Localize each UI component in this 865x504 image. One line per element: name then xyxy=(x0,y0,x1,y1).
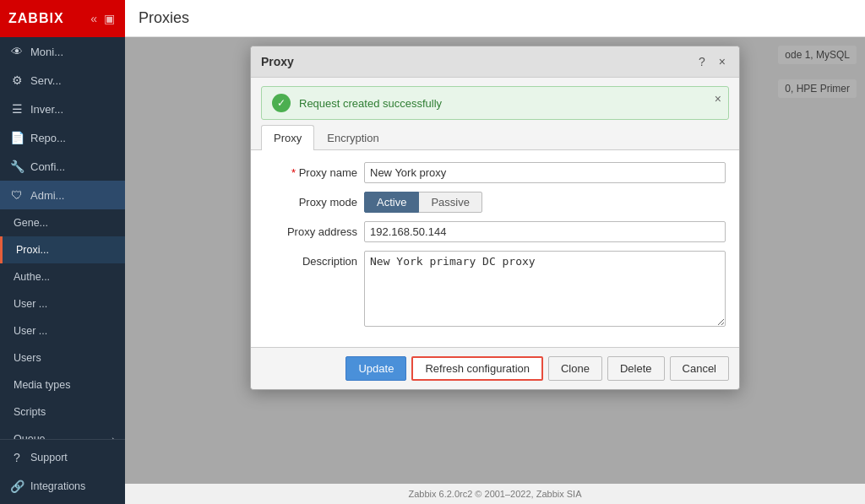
configuration-icon: 🔧 xyxy=(10,160,24,173)
cancel-button[interactable]: Cancel xyxy=(670,356,729,381)
sidebar-item-administration[interactable]: 🛡 Admi... xyxy=(0,181,125,209)
sidebar-subitem-label: Gene... xyxy=(14,217,48,229)
refresh-configuration-button[interactable]: Refresh configuration xyxy=(411,356,543,381)
modal-title: Proxy xyxy=(261,55,294,68)
integrations-icon: 🔗 xyxy=(10,480,24,493)
logo-icons: « ▣ xyxy=(89,10,117,27)
logo-text: ZABBIX xyxy=(8,11,64,26)
page-title: Proxies xyxy=(139,9,189,27)
description-label: Description xyxy=(264,251,357,268)
sidebar-item-label: Admi... xyxy=(30,189,64,202)
sidebar-logo: ZABBIX « ▣ xyxy=(0,0,125,37)
proxy-name-row: Proxy name xyxy=(264,162,726,183)
inventory-icon: ☰ xyxy=(10,102,24,116)
tab-proxy[interactable]: Proxy xyxy=(261,125,314,150)
clone-button[interactable]: Clone xyxy=(548,356,602,381)
modal-help-button[interactable]: ? xyxy=(695,53,709,70)
proxy-name-input[interactable] xyxy=(364,162,726,183)
success-icon: ✓ xyxy=(272,94,291,112)
sidebar-item-user-roles[interactable]: User ... xyxy=(0,317,125,344)
sidebar-item-media-types[interactable]: Media types xyxy=(0,371,125,398)
sidebar-item-scripts[interactable]: Scripts xyxy=(0,398,125,425)
sidebar: ZABBIX « ▣ 👁 Moni... ⚙ Serv... ☰ Inver..… xyxy=(0,0,125,504)
sidebar-item-reports[interactable]: 📄 Repo... xyxy=(0,123,125,152)
footer-text: Zabbix 6.2.0rc2 © 2001–2022, Zabbix SIA xyxy=(408,489,581,499)
sidebar-item-services[interactable]: ⚙ Serv... xyxy=(0,66,125,95)
proxy-mode-active-button[interactable]: Active xyxy=(364,192,419,213)
tab-encryption[interactable]: Encryption xyxy=(314,125,391,150)
content-area: ode 1, MySQL 0, HPE Primer Proxy ? × ✓ R… xyxy=(125,37,865,484)
sidebar-item-label: Inver... xyxy=(30,103,63,116)
sidebar-item-general[interactable]: Gene... xyxy=(0,209,125,236)
sidebar-subitem-label: Queue xyxy=(14,433,46,439)
expand-icon[interactable]: ▣ xyxy=(102,10,117,27)
sidebar-subitem-label: User ... xyxy=(14,325,47,337)
collapse-icon[interactable]: « xyxy=(89,10,99,27)
modal-tabs: Proxy Encryption xyxy=(251,125,739,150)
sidebar-item-inventory[interactable]: ☰ Inver... xyxy=(0,95,125,123)
description-input[interactable]: New York primary DC proxy xyxy=(364,251,726,327)
topbar: Proxies xyxy=(125,0,865,37)
success-notification: ✓ Request created successfully × xyxy=(261,86,729,120)
proxy-modal: Proxy ? × ✓ Request created successfully… xyxy=(250,46,740,390)
proxy-address-label: Proxy address xyxy=(264,221,357,238)
sidebar-item-queue[interactable]: Queue › xyxy=(0,425,125,439)
modal-header-actions: ? × xyxy=(695,53,729,70)
success-close-button[interactable]: × xyxy=(715,92,721,106)
proxy-mode-buttons: Active Passive xyxy=(364,192,482,213)
success-message: Request created successfully xyxy=(299,97,718,110)
support-icon: ? xyxy=(10,451,24,464)
sidebar-bottom: ? Support 🔗 Integrations xyxy=(0,439,125,504)
page-footer: Zabbix 6.2.0rc2 © 2001–2022, Zabbix SIA xyxy=(125,484,865,504)
modal-body: Proxy name Proxy mode Active Passive Pro… xyxy=(251,150,739,347)
sidebar-item-configuration[interactable]: 🔧 Confi... xyxy=(0,152,125,181)
reports-icon: 📄 xyxy=(10,131,24,144)
sidebar-item-label: Serv... xyxy=(30,74,62,87)
sidebar-item-label: Repo... xyxy=(30,132,66,144)
description-row: Description New York primary DC proxy xyxy=(264,251,726,327)
sidebar-item-support[interactable]: ? Support xyxy=(0,443,125,472)
proxy-mode-row: Proxy mode Active Passive xyxy=(264,192,726,213)
services-icon: ⚙ xyxy=(10,73,24,87)
sidebar-item-label: Confi... xyxy=(30,160,65,173)
proxy-address-input[interactable] xyxy=(364,221,726,242)
sidebar-subitem-label: Users xyxy=(14,352,41,364)
administration-icon: 🛡 xyxy=(10,188,24,202)
sidebar-item-monitoring[interactable]: 👁 Moni... xyxy=(0,37,125,66)
sidebar-item-integrations[interactable]: 🔗 Integrations xyxy=(0,472,125,501)
modal-close-button[interactable]: × xyxy=(715,53,729,70)
monitoring-icon: 👁 xyxy=(10,45,24,58)
sidebar-item-user-groups[interactable]: User ... xyxy=(0,290,125,317)
sidebar-subitem-label: User ... xyxy=(14,298,47,310)
sidebar-item-label: Moni... xyxy=(30,46,63,58)
proxy-mode-label: Proxy mode xyxy=(264,192,357,209)
sidebar-item-label: Support xyxy=(30,452,68,463)
modal-footer: Update Refresh configuration Clone Delet… xyxy=(251,347,739,389)
sidebar-subitem-label: Media types xyxy=(14,379,70,391)
proxy-mode-passive-button[interactable]: Passive xyxy=(418,192,482,213)
delete-button[interactable]: Delete xyxy=(607,356,665,381)
sidebar-subitem-label: Authe... xyxy=(14,271,50,283)
sidebar-subitem-label: Scripts xyxy=(14,406,46,418)
sidebar-item-proxies[interactable]: Proxi... xyxy=(0,236,125,263)
main-content: Proxies ode 1, MySQL 0, HPE Primer Proxy… xyxy=(125,0,865,504)
proxy-name-label: Proxy name xyxy=(264,162,357,179)
proxy-address-row: Proxy address xyxy=(264,221,726,242)
sidebar-subitem-label: Proxi... xyxy=(16,244,49,256)
modal-header: Proxy ? × xyxy=(251,46,739,78)
update-button[interactable]: Update xyxy=(345,356,406,381)
sidebar-item-label: Integrations xyxy=(30,480,85,492)
sidebar-item-users[interactable]: Users xyxy=(0,344,125,371)
sidebar-item-authentication[interactable]: Authe... xyxy=(0,263,125,290)
sidebar-nav: 👁 Moni... ⚙ Serv... ☰ Inver... 📄 Repo...… xyxy=(0,37,125,439)
modal-overlay: Proxy ? × ✓ Request created successfully… xyxy=(125,37,865,484)
